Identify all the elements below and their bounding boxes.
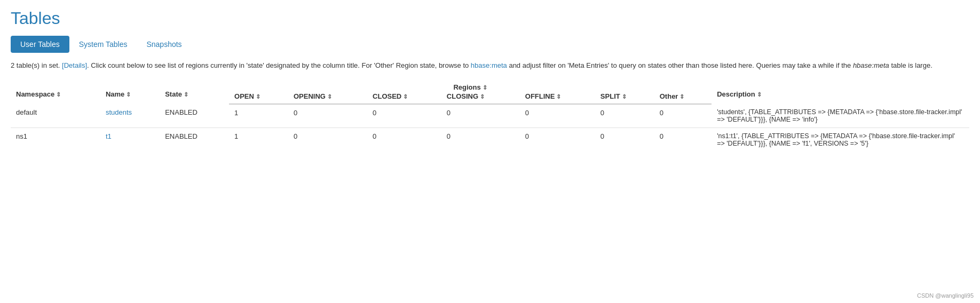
cell-closed-1: 0 [367, 127, 441, 152]
cell-namespace-0: default [11, 104, 100, 128]
tab-system-tables[interactable]: System Tables [69, 36, 137, 53]
info-text: 2 table(s) in set. [Details]. Click coun… [11, 60, 969, 71]
col-split[interactable]: SPLIT [595, 91, 654, 104]
cell-open-1: 1 [229, 127, 288, 152]
cell-other-1: 0 [654, 127, 712, 152]
hbase-meta-link[interactable]: hbase:meta [471, 61, 507, 69]
cell-closing-1: 0 [441, 127, 520, 152]
cell-offline-0: 0 [520, 104, 595, 128]
col-name[interactable]: Name [100, 81, 160, 104]
col-namespace[interactable]: Namespace [11, 81, 100, 104]
table-link-0[interactable]: students [106, 108, 132, 116]
cell-state-1: ENABLED [160, 127, 229, 152]
tabs-container: User Tables System Tables Snapshots [11, 36, 969, 53]
cell-opening-1: 0 [288, 127, 367, 152]
cell-namespace-1: ns1 [11, 127, 100, 152]
col-opening[interactable]: OPENING [288, 91, 367, 104]
info-count: 2 table(s) in set. [11, 61, 62, 69]
cell-split-1: 0 [595, 127, 654, 152]
table-link-1[interactable]: t1 [106, 132, 112, 140]
page-title: Tables [11, 9, 969, 28]
hbase-meta-italic: hbase:meta [853, 61, 889, 69]
tables-table: Namespace Name State Regions Description… [11, 81, 969, 152]
col-other[interactable]: Other [654, 91, 712, 104]
col-offline[interactable]: OFFLINE [520, 91, 595, 104]
tab-user-tables[interactable]: User Tables [11, 36, 69, 53]
cell-name-0[interactable]: students [100, 104, 160, 128]
col-regions-group[interactable]: Regions [229, 81, 712, 91]
cell-closed-0: 0 [367, 104, 441, 128]
table-row: ns1 t1 ENABLED 1 0 0 0 0 0 0 'ns1:t1', {… [11, 127, 969, 152]
cell-opening-0: 0 [288, 104, 367, 128]
cell-name-1[interactable]: t1 [100, 127, 160, 152]
col-state[interactable]: State [160, 81, 229, 104]
info-middle: . Click count below to see list of regio… [87, 61, 471, 69]
table-row: default students ENABLED 1 0 0 0 0 0 0 '… [11, 104, 969, 128]
cell-split-0: 0 [595, 104, 654, 128]
details-link[interactable]: [Details] [62, 61, 87, 69]
cell-other-0: 0 [654, 104, 712, 128]
cell-closing-0: 0 [441, 104, 520, 128]
col-closed[interactable]: CLOSED [367, 91, 441, 104]
cell-open-0: 1 [229, 104, 288, 128]
info-after: and adjust filter on 'Meta Entries' to q… [507, 61, 853, 69]
tab-snapshots[interactable]: Snapshots [137, 36, 191, 53]
cell-offline-1: 0 [520, 127, 595, 152]
cell-state-0: ENABLED [160, 104, 229, 128]
table-group-header-row: Namespace Name State Regions Description [11, 81, 969, 91]
col-open[interactable]: OPEN [229, 91, 288, 104]
cell-description-0: 'students', {TABLE_ATTRIBUTES => {METADA… [712, 104, 969, 128]
col-description[interactable]: Description [712, 81, 969, 104]
cell-description-1: 'ns1:t1', {TABLE_ATTRIBUTES => {METADATA… [712, 127, 969, 152]
info-end: table is large. [889, 61, 932, 69]
col-closing[interactable]: CLOSING [441, 91, 520, 104]
